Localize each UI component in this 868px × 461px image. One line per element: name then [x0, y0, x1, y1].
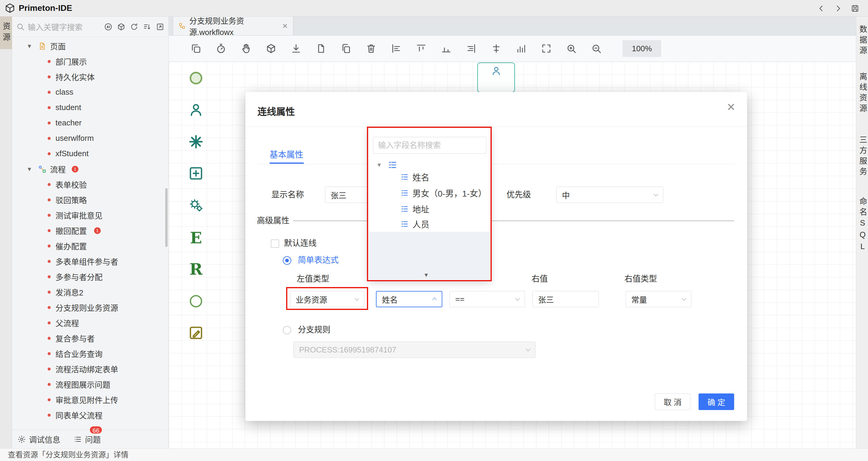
ok-button[interactable]: 确 定	[699, 394, 734, 410]
dropdown-item[interactable]: 地址	[400, 202, 429, 216]
tree-item[interactable]: 多参与者分配	[12, 269, 168, 284]
chart-bars-icon[interactable]	[516, 43, 527, 54]
field-search-input[interactable]	[373, 137, 486, 154]
model-cube-icon[interactable]	[117, 23, 125, 31]
tree-group-pages[interactable]: ▾ 页面	[12, 38, 168, 54]
right-tab-datasource[interactable]: 数据源	[856, 21, 868, 60]
tree-item[interactable]: 分支规则业务资源	[12, 300, 168, 315]
tab-basic-properties[interactable]: 基本属性	[270, 148, 303, 160]
tree-item[interactable]: teacher	[12, 115, 168, 130]
tree-item[interactable]: 表单校验	[12, 177, 168, 192]
forward-icon[interactable]	[834, 4, 843, 13]
app-title: Primeton-IDE	[19, 3, 72, 13]
timer-icon[interactable]	[216, 43, 226, 54]
workflow-node[interactable]	[477, 62, 515, 93]
section-divider	[293, 221, 734, 221]
debug-info-tab[interactable]: 调试信息	[18, 434, 60, 445]
chevron-up-icon	[432, 297, 437, 302]
right-tab-namedsql[interactable]: 命名SQL	[856, 195, 868, 255]
letter-r-node[interactable]: R	[187, 260, 205, 278]
sidebar-scrollbar[interactable]	[165, 188, 167, 247]
edit-node-icon[interactable]	[187, 324, 205, 342]
service-gears-icon[interactable]	[187, 196, 205, 214]
default-line-checkbox[interactable]	[271, 239, 279, 248]
fit-screen-icon[interactable]	[541, 43, 552, 54]
issues-tab[interactable]: 问题 66	[73, 434, 101, 445]
tree-root-node[interactable]: ▾	[377, 158, 397, 172]
zoom-level[interactable]: 100%	[623, 40, 661, 57]
tree-item[interactable]: 流程图展示问题	[12, 376, 168, 392]
field-select[interactable]: 姓名	[376, 291, 442, 307]
copy-icon[interactable]	[190, 43, 202, 54]
participant-icon[interactable]	[187, 101, 205, 119]
package-icon[interactable]	[266, 43, 276, 54]
align-left-icon[interactable]	[391, 43, 402, 54]
cancel-button[interactable]: 取 消	[655, 394, 690, 410]
left-type-label: 左值类型	[297, 271, 329, 287]
zoom-out-icon[interactable]	[591, 43, 602, 54]
divider	[257, 164, 735, 164]
tree-item[interactable]: class	[12, 85, 168, 100]
tree-item[interactable]: 部门展示	[12, 54, 168, 69]
save-icon[interactable]	[850, 4, 860, 13]
copy-files-icon[interactable]	[341, 43, 351, 54]
tree-group-process[interactable]: ▾ 流程 1	[12, 161, 168, 177]
add-activity-icon[interactable]	[187, 164, 205, 182]
debug-label: 调试信息	[29, 434, 60, 445]
tree-item[interactable]: 结合业务查询	[12, 346, 168, 361]
priority-select[interactable]: 中	[556, 187, 663, 203]
tree-item[interactable]: xfStudent	[12, 146, 168, 161]
left-type-select[interactable]: 业务资源	[290, 291, 364, 307]
end-node-icon[interactable]	[187, 292, 205, 310]
start-node-icon[interactable]	[187, 69, 205, 87]
tree-item[interactable]: 父流程	[12, 315, 168, 331]
active-tab-indicator	[270, 162, 304, 164]
dropdown-item[interactable]: 人员	[400, 216, 429, 232]
tree-item[interactable]: userwlform	[12, 130, 168, 146]
align-right-icon[interactable]	[466, 43, 477, 54]
tree-item[interactable]: 持久化实体	[12, 69, 168, 85]
sidebar-tab-resources[interactable]: 资源	[0, 17, 12, 49]
right-value-field[interactable]	[532, 291, 599, 307]
delete-icon[interactable]	[366, 43, 377, 54]
tree-item[interactable]: 催办配置	[12, 238, 168, 253]
tree-item[interactable]: 审批意见附件上传	[12, 392, 168, 407]
branch-rule-radio[interactable]	[283, 326, 291, 334]
gateway-star-icon[interactable]	[187, 133, 205, 151]
resource-dot-icon	[48, 122, 51, 125]
ai-icon[interactable]	[104, 23, 113, 31]
close-dialog-icon[interactable]: ×	[727, 100, 735, 114]
letter-e-node[interactable]: E	[187, 228, 205, 247]
search-input[interactable]: 输入关键字搜索	[28, 21, 104, 32]
app-logo-icon	[5, 3, 15, 13]
tree-item[interactable]: 流程活动绑定表单	[12, 361, 168, 376]
align-bottom-icon[interactable]	[441, 43, 452, 54]
refresh-icon[interactable]	[130, 23, 138, 31]
download-icon[interactable]	[291, 43, 302, 54]
pan-hand-icon[interactable]	[241, 43, 251, 54]
sort-icon[interactable]	[143, 23, 151, 31]
tree-item[interactable]: 撤回配置1	[12, 223, 168, 238]
operator-select[interactable]: ==	[450, 291, 525, 307]
export-icon[interactable]	[156, 23, 164, 31]
tree-item[interactable]: 测试审批意见	[12, 208, 168, 223]
file-tab-workflowx[interactable]: 分支规则业务资源.workflowx ×	[173, 17, 293, 35]
align-center-icon[interactable]	[491, 43, 502, 54]
right-type-select[interactable]: 常量	[626, 291, 691, 307]
dropdown-item[interactable]: 男女（0-男，1-女）	[400, 185, 487, 201]
new-file-icon[interactable]	[316, 43, 327, 54]
right-tab-thirdparty[interactable]: 三方服务	[856, 132, 868, 182]
right-tab-offline[interactable]: 离线资源	[856, 68, 868, 118]
tree-item[interactable]: 发消息2	[12, 284, 168, 300]
simple-expression-radio[interactable]	[283, 256, 291, 265]
tree-item[interactable]: 同表单父流程	[12, 407, 168, 423]
zoom-in-icon[interactable]	[566, 43, 577, 54]
back-icon[interactable]	[817, 4, 826, 13]
tree-item[interactable]: 多表单组件参与者	[12, 253, 168, 269]
tree-item[interactable]: 驳回策略	[12, 192, 168, 208]
dropdown-item[interactable]: 姓名	[400, 170, 429, 185]
tree-item[interactable]: 复合参与者	[12, 331, 168, 346]
close-tab-icon[interactable]: ×	[282, 21, 288, 31]
align-top-icon[interactable]	[416, 43, 427, 54]
tree-item[interactable]: student	[12, 100, 168, 115]
